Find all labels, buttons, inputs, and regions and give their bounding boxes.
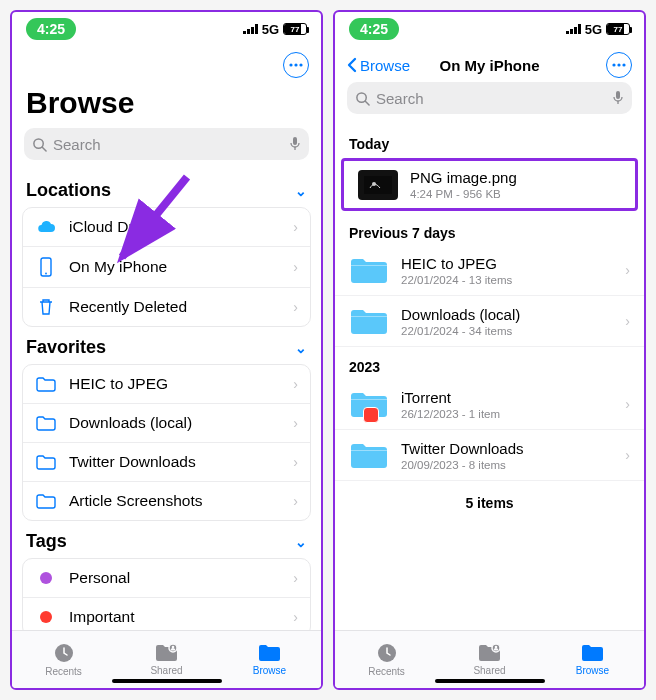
mic-icon[interactable] bbox=[289, 136, 301, 152]
screenshot-left-browse: 4:25 5G 77 Browse Search Locations ⌄ iCl bbox=[10, 10, 323, 690]
svg-point-0 bbox=[289, 63, 292, 66]
folder-name: iTorrent bbox=[401, 389, 500, 406]
folder-icon bbox=[258, 643, 282, 663]
folder-icon bbox=[581, 643, 605, 663]
row-label: Article Screenshots bbox=[69, 492, 203, 510]
tab-recents[interactable]: Recents bbox=[12, 631, 115, 688]
more-button[interactable] bbox=[283, 52, 309, 78]
favorite-item[interactable]: Downloads (local) › bbox=[23, 404, 310, 443]
chevron-right-icon: › bbox=[293, 415, 298, 431]
clock-icon bbox=[53, 642, 75, 664]
search-icon bbox=[32, 137, 47, 152]
favorite-item[interactable]: Article Screenshots › bbox=[23, 482, 310, 520]
cloud-icon bbox=[35, 220, 57, 234]
shared-folder-icon bbox=[478, 643, 502, 663]
svg-line-4 bbox=[42, 147, 46, 151]
row-label: On My iPhone bbox=[69, 258, 167, 276]
signal-icon bbox=[566, 24, 581, 34]
row-label: Personal bbox=[69, 569, 130, 587]
tab-browse[interactable]: Browse bbox=[541, 631, 644, 688]
group-header-today: Today bbox=[335, 124, 644, 156]
svg-point-14 bbox=[617, 63, 620, 66]
svg-rect-5 bbox=[293, 137, 297, 145]
row-label: Downloads (local) bbox=[69, 414, 192, 432]
shared-folder-icon bbox=[155, 643, 179, 663]
chevron-right-icon: › bbox=[625, 313, 630, 329]
svg-rect-22 bbox=[351, 265, 387, 266]
search-icon bbox=[355, 91, 370, 106]
file-meta: 4:24 PM - 956 KB bbox=[410, 188, 517, 200]
folder-row[interactable]: Twitter Downloads 20/09/2023 - 8 items › bbox=[335, 430, 644, 481]
svg-point-2 bbox=[299, 63, 302, 66]
file-thumbnail bbox=[358, 170, 398, 200]
browse-content: Locations ⌄ iCloud Drive › On My iPhone … bbox=[12, 170, 321, 630]
svg-point-28 bbox=[494, 646, 497, 649]
nav-bar bbox=[12, 46, 321, 82]
home-indicator[interactable] bbox=[112, 679, 222, 683]
chevron-down-icon: ⌄ bbox=[295, 183, 307, 199]
chevron-right-icon: › bbox=[293, 259, 298, 275]
search-input[interactable]: Search bbox=[347, 82, 632, 114]
svg-point-21 bbox=[372, 182, 376, 186]
chevron-right-icon: › bbox=[293, 570, 298, 586]
chevron-right-icon: › bbox=[293, 454, 298, 470]
folder-icon bbox=[349, 387, 389, 421]
chevron-right-icon: › bbox=[625, 447, 630, 463]
svg-rect-24 bbox=[351, 399, 387, 400]
nav-bar: Browse On My iPhone bbox=[335, 46, 644, 82]
file-row-png-image[interactable]: PNG image.png 4:24 PM - 956 KB bbox=[344, 161, 635, 208]
folder-name: Downloads (local) bbox=[401, 306, 520, 323]
tag-item[interactable]: Important › bbox=[23, 598, 310, 630]
location-on-my-iphone[interactable]: On My iPhone › bbox=[23, 247, 310, 288]
svg-point-15 bbox=[622, 63, 625, 66]
folder-icon bbox=[35, 494, 57, 509]
search-input[interactable]: Search bbox=[24, 128, 309, 160]
folder-row[interactable]: iTorrent 26/12/2023 - 1 item › bbox=[335, 379, 644, 430]
locations-list: iCloud Drive › On My iPhone › Recently D… bbox=[22, 207, 311, 327]
svg-rect-18 bbox=[616, 91, 620, 99]
folder-content: Today PNG image.png 4:24 PM - 956 KB Pre… bbox=[335, 124, 644, 630]
highlight-annotation: PNG image.png 4:24 PM - 956 KB bbox=[341, 158, 638, 211]
chevron-right-icon: › bbox=[293, 609, 298, 625]
section-header-locations[interactable]: Locations ⌄ bbox=[12, 170, 321, 207]
home-indicator[interactable] bbox=[435, 679, 545, 683]
svg-rect-20 bbox=[364, 176, 392, 194]
folder-name: Twitter Downloads bbox=[401, 440, 524, 457]
screenshot-right-on-my-iphone: 4:25 5G 77 Browse On My iPhone Search To… bbox=[333, 10, 646, 690]
back-button[interactable]: Browse bbox=[347, 57, 410, 74]
chevron-left-icon bbox=[347, 57, 357, 73]
file-name: PNG image.png bbox=[410, 169, 517, 186]
row-label: iCloud Drive bbox=[69, 218, 153, 236]
section-header-tags[interactable]: Tags ⌄ bbox=[12, 521, 321, 558]
folder-name: HEIC to JPEG bbox=[401, 255, 512, 272]
tag-dot-icon bbox=[35, 611, 57, 623]
tab-browse[interactable]: Browse bbox=[218, 631, 321, 688]
status-bar: 4:25 5G 77 bbox=[12, 12, 321, 46]
status-indicators: 5G 77 bbox=[566, 22, 630, 37]
chevron-right-icon: › bbox=[293, 219, 298, 235]
svg-point-1 bbox=[294, 63, 297, 66]
mic-icon[interactable] bbox=[612, 90, 624, 106]
clock-icon bbox=[376, 642, 398, 664]
chevron-right-icon: › bbox=[293, 376, 298, 392]
status-bar: 4:25 5G 77 bbox=[335, 12, 644, 46]
svg-rect-25 bbox=[351, 450, 387, 451]
section-header-favorites[interactable]: Favorites ⌄ bbox=[12, 327, 321, 364]
favorite-item[interactable]: HEIC to JPEG › bbox=[23, 365, 310, 404]
folder-row[interactable]: Downloads (local) 22/01/2024 - 34 items … bbox=[335, 296, 644, 347]
network-label: 5G bbox=[585, 22, 602, 37]
tab-recents[interactable]: Recents bbox=[335, 631, 438, 688]
location-icloud-drive[interactable]: iCloud Drive › bbox=[23, 208, 310, 247]
folder-icon bbox=[35, 377, 57, 392]
location-recently-deleted[interactable]: Recently Deleted › bbox=[23, 288, 310, 326]
favorite-item[interactable]: Twitter Downloads › bbox=[23, 443, 310, 482]
chevron-right-icon: › bbox=[293, 299, 298, 315]
battery-icon: 77 bbox=[606, 23, 630, 35]
group-header-2023: 2023 bbox=[335, 347, 644, 379]
folder-meta: 22/01/2024 - 34 items bbox=[401, 325, 520, 337]
more-button[interactable] bbox=[606, 52, 632, 78]
folder-row[interactable]: HEIC to JPEG 22/01/2024 - 13 items › bbox=[335, 245, 644, 296]
tag-dot-icon bbox=[35, 572, 57, 584]
folder-icon bbox=[349, 304, 389, 338]
tag-item[interactable]: Personal › bbox=[23, 559, 310, 598]
